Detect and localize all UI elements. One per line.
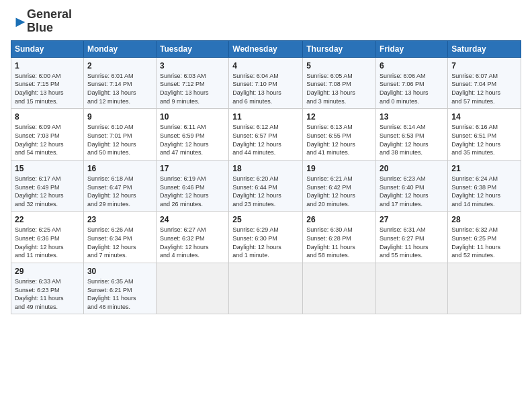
calendar-cell: 1Sunrise: 6:00 AM Sunset: 7:15 PM Daylig… [11,57,84,109]
day-info: Sunrise: 6:07 AM Sunset: 7:04 PM Dayligh… [451,72,517,105]
calendar-cell: 4Sunrise: 6:04 AM Sunset: 7:10 PM Daylig… [229,57,303,109]
header: General Blue [11,8,521,35]
calendar-cell: 19Sunrise: 6:21 AM Sunset: 6:42 PM Dayli… [303,160,376,212]
day-info: Sunrise: 6:32 AM Sunset: 6:25 PM Dayligh… [451,226,517,259]
day-info: Sunrise: 6:29 AM Sunset: 6:30 PM Dayligh… [232,226,299,259]
calendar-cell [448,263,521,314]
day-number: 4 [232,60,299,71]
calendar-cell: 23Sunrise: 6:26 AM Sunset: 6:34 PM Dayli… [83,212,156,263]
day-number: 19 [306,163,372,174]
calendar-cell: 17Sunrise: 6:19 AM Sunset: 6:46 PM Dayli… [157,160,229,212]
calendar-cell: 21Sunrise: 6:24 AM Sunset: 6:38 PM Dayli… [448,160,521,212]
calendar-cell: 14Sunrise: 6:16 AM Sunset: 6:51 PM Dayli… [448,109,521,161]
calendar-header-row: SundayMondayTuesdayWednesdayThursdayFrid… [11,40,521,57]
calendar-cell: 6Sunrise: 6:06 AM Sunset: 7:06 PM Daylig… [376,57,448,109]
day-info: Sunrise: 6:01 AM Sunset: 7:14 PM Dayligh… [87,72,152,105]
calendar-cell [229,263,303,314]
logo-text-blue: Blue [27,21,72,35]
calendar-body: 1Sunrise: 6:00 AM Sunset: 7:15 PM Daylig… [11,57,521,314]
day-info: Sunrise: 6:35 AM Sunset: 6:21 PM Dayligh… [87,277,152,311]
logo-icon [12,14,27,29]
day-info: Sunrise: 6:33 AM Sunset: 6:23 PM Dayligh… [15,277,80,311]
day-number: 24 [160,214,225,225]
calendar-cell: 2Sunrise: 6:01 AM Sunset: 7:14 PM Daylig… [83,57,156,109]
day-info: Sunrise: 6:27 AM Sunset: 6:32 PM Dayligh… [160,226,225,259]
calendar-cell: 29Sunrise: 6:33 AM Sunset: 6:23 PM Dayli… [11,263,84,314]
calendar-cell: 20Sunrise: 6:23 AM Sunset: 6:40 PM Dayli… [376,160,448,212]
day-info: Sunrise: 6:18 AM Sunset: 6:47 PM Dayligh… [87,175,152,208]
calendar-week-row: 22Sunrise: 6:25 AM Sunset: 6:36 PM Dayli… [11,212,521,263]
day-header-friday: Friday [376,40,448,57]
calendar-cell: 3Sunrise: 6:03 AM Sunset: 7:12 PM Daylig… [157,57,229,109]
day-info: Sunrise: 6:06 AM Sunset: 7:06 PM Dayligh… [380,72,444,105]
day-number: 28 [451,214,517,225]
day-info: Sunrise: 6:20 AM Sunset: 6:44 PM Dayligh… [232,175,299,208]
day-info: Sunrise: 6:19 AM Sunset: 6:46 PM Dayligh… [160,175,225,208]
calendar-cell: 28Sunrise: 6:32 AM Sunset: 6:25 PM Dayli… [448,212,521,263]
calendar-cell: 10Sunrise: 6:11 AM Sunset: 6:59 PM Dayli… [157,109,229,161]
calendar-cell: 8Sunrise: 6:09 AM Sunset: 7:03 PM Daylig… [11,109,84,161]
calendar-cell: 18Sunrise: 6:20 AM Sunset: 6:44 PM Dayli… [229,160,303,212]
day-number: 3 [160,60,225,71]
calendar-week-row: 8Sunrise: 6:09 AM Sunset: 7:03 PM Daylig… [11,109,521,161]
day-info: Sunrise: 6:09 AM Sunset: 7:03 PM Dayligh… [15,123,80,156]
calendar-cell: 24Sunrise: 6:27 AM Sunset: 6:32 PM Dayli… [157,212,229,263]
day-number: 22 [15,214,80,225]
calendar-cell [376,263,448,314]
day-info: Sunrise: 6:00 AM Sunset: 7:15 PM Dayligh… [15,72,80,105]
day-number: 23 [87,214,152,225]
day-number: 25 [232,214,299,225]
calendar-cell: 12Sunrise: 6:13 AM Sunset: 6:55 PM Dayli… [303,109,376,161]
day-info: Sunrise: 6:23 AM Sunset: 6:40 PM Dayligh… [380,175,444,208]
day-header-tuesday: Tuesday [157,40,229,57]
day-info: Sunrise: 6:17 AM Sunset: 6:49 PM Dayligh… [15,175,80,208]
day-number: 13 [380,111,444,122]
calendar-week-row: 29Sunrise: 6:33 AM Sunset: 6:23 PM Dayli… [11,263,521,314]
calendar-cell: 9Sunrise: 6:10 AM Sunset: 7:01 PM Daylig… [83,109,156,161]
calendar-cell: 22Sunrise: 6:25 AM Sunset: 6:36 PM Dayli… [11,212,84,263]
day-number: 30 [87,266,152,277]
day-number: 10 [160,111,225,122]
day-info: Sunrise: 6:14 AM Sunset: 6:53 PM Dayligh… [380,123,444,156]
day-header-wednesday: Wednesday [229,40,303,57]
day-number: 17 [160,163,225,174]
day-number: 29 [15,266,80,277]
day-number: 11 [232,111,299,122]
calendar-cell: 27Sunrise: 6:31 AM Sunset: 6:27 PM Dayli… [376,212,448,263]
page-container: General Blue SundayMondayTuesdayWednesda… [0,0,532,320]
day-info: Sunrise: 6:03 AM Sunset: 7:12 PM Dayligh… [160,72,225,105]
day-info: Sunrise: 6:25 AM Sunset: 6:36 PM Dayligh… [15,226,80,259]
day-number: 26 [306,214,372,225]
calendar-cell: 5Sunrise: 6:05 AM Sunset: 7:08 PM Daylig… [303,57,376,109]
logo: General Blue [11,8,72,35]
day-number: 5 [306,60,372,71]
logo-text-general: General [27,8,72,21]
calendar-cell: 7Sunrise: 6:07 AM Sunset: 7:04 PM Daylig… [448,57,521,109]
day-info: Sunrise: 6:10 AM Sunset: 7:01 PM Dayligh… [87,123,152,156]
day-number: 1 [15,60,80,71]
day-info: Sunrise: 6:30 AM Sunset: 6:28 PM Dayligh… [306,226,372,259]
day-info: Sunrise: 6:11 AM Sunset: 6:59 PM Dayligh… [160,123,225,156]
day-number: 8 [15,111,80,122]
day-number: 20 [380,163,444,174]
calendar-cell: 16Sunrise: 6:18 AM Sunset: 6:47 PM Dayli… [83,160,156,212]
day-info: Sunrise: 6:04 AM Sunset: 7:10 PM Dayligh… [232,72,299,105]
calendar-cell: 26Sunrise: 6:30 AM Sunset: 6:28 PM Dayli… [303,212,376,263]
day-number: 12 [306,111,372,122]
day-number: 7 [451,60,517,71]
svg-marker-0 [16,17,26,27]
day-number: 15 [15,163,80,174]
day-number: 6 [380,60,444,71]
day-info: Sunrise: 6:16 AM Sunset: 6:51 PM Dayligh… [451,123,517,156]
calendar-cell: 25Sunrise: 6:29 AM Sunset: 6:30 PM Dayli… [229,212,303,263]
day-header-sunday: Sunday [11,40,84,57]
calendar-table: SundayMondayTuesdayWednesdayThursdayFrid… [11,40,521,315]
day-info: Sunrise: 6:05 AM Sunset: 7:08 PM Dayligh… [306,72,372,105]
calendar-cell: 13Sunrise: 6:14 AM Sunset: 6:53 PM Dayli… [376,109,448,161]
day-number: 27 [380,214,444,225]
day-number: 9 [87,111,152,122]
day-info: Sunrise: 6:21 AM Sunset: 6:42 PM Dayligh… [306,175,372,208]
day-number: 14 [451,111,517,122]
day-header-saturday: Saturday [448,40,521,57]
day-info: Sunrise: 6:31 AM Sunset: 6:27 PM Dayligh… [380,226,444,259]
